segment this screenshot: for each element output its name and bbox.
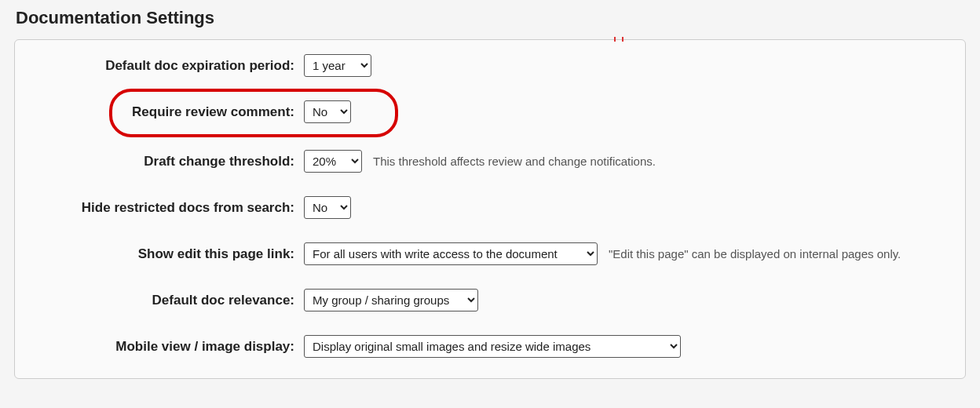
require-review-comment-select[interactable]: No	[304, 100, 351, 123]
require-review-comment-label: Require review comment:	[31, 104, 304, 120]
setting-row-require-review-comment: Require review comment: No	[31, 100, 949, 123]
default-relevance-select[interactable]: My group / sharing groups	[304, 289, 478, 311]
setting-row-default-relevance: Default doc relevance: My group / sharin…	[31, 289, 949, 311]
default-relevance-label: Default doc relevance:	[31, 293, 304, 308]
default-expiration-select[interactable]: 1 year	[304, 54, 371, 77]
setting-row-mobile-image-display: Mobile view / image display: Display ori…	[31, 335, 949, 358]
draft-change-threshold-hint: This threshold affects review and change…	[373, 155, 656, 168]
show-edit-link-select[interactable]: For all users with write access to the d…	[304, 242, 598, 265]
mobile-image-display-label: Mobile view / image display:	[31, 339, 304, 355]
draft-change-threshold-label: Draft change threshold:	[31, 154, 304, 169]
documentation-settings-panel: Default doc expiration period: 1 year Re…	[14, 39, 966, 379]
setting-row-show-edit-link: Show edit this page link: For all users …	[31, 242, 949, 265]
mobile-image-display-select[interactable]: Display original small images and resize…	[304, 335, 681, 358]
hide-restricted-select[interactable]: No	[304, 196, 351, 219]
draft-change-threshold-select[interactable]: 20%	[304, 150, 362, 173]
show-edit-link-label: Show edit this page link:	[31, 246, 304, 262]
hide-restricted-label: Hide restricted docs from search:	[31, 200, 304, 216]
setting-row-default-expiration: Default doc expiration period: 1 year	[31, 54, 949, 77]
setting-row-draft-change-threshold: Draft change threshold: 20% This thresho…	[31, 150, 949, 173]
setting-row-hide-restricted: Hide restricted docs from search: No	[31, 196, 949, 219]
default-expiration-label: Default doc expiration period:	[31, 58, 304, 74]
page-title: Documentation Settings	[16, 8, 966, 28]
show-edit-link-hint: "Edit this page" can be displayed on int…	[609, 247, 901, 260]
